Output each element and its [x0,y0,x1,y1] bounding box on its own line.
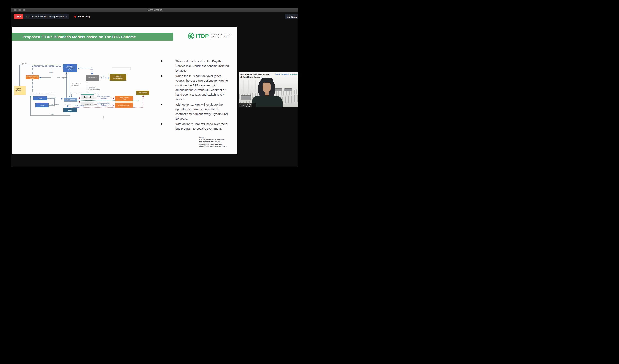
text-cursor-artifact [103,116,104,118]
edge-label-electric-purchase: Electric Purchase Contract [93,95,114,99]
edge-label-contract: Contract [49,71,54,73]
diagram-node-contractor: Contractor (Infrastructure) [110,74,127,81]
diagram-node-user: USER [63,108,77,112]
edge-label-non-tax-revenue: Non-tax Revenue [22,62,27,66]
source-line: REPORT, ITDP Indonesia & ICCT, 2021 [199,145,233,147]
speaker-video-tile[interactable]: Sustainable Business Model of Bus Rapid … [239,72,298,107]
live-stream-control[interactable]: LIVE on Custom Live Streaming Service ▾ [14,14,69,19]
recording-dot-icon [74,16,76,17]
transjakarta-logo: transjakarta [281,73,289,75]
video-backdrop-title: Sustainable Business Model of Bus Rapid … [240,73,272,78]
bus-shape [284,88,292,92]
shared-screen-slide: Proposed E-Bus Business Models based on … [12,27,237,154]
edge-label-fare: Fare [51,113,54,115]
diagram-node-bus-operator: Bus Operator [64,98,77,102]
edge-label-epc-contract: EPC Contract [101,76,106,79]
sbm-itb-logo: SBM ITB [275,73,280,75]
bullet-item: This model is based on the Buy-the-Servi… [160,59,230,73]
stream-service-selector[interactable]: on Custom Live Streaming Service ▾ [23,14,69,19]
speaker-face [263,81,271,93]
edge-label-service-contract-box: - Service Contract - BTS Payment [70,83,85,87]
diagram-node-payment-gateway: Payment Gateway Process [14,86,26,95]
recording-label: Recording [78,15,90,18]
speaker-body [252,96,282,107]
window-title: Zoom Meeting [11,9,298,11]
diagram-node-equity: Equity [33,97,47,100]
bullet-item: With option 1, MoT will evaluate the ope… [160,102,230,121]
edge-label-mou: MoU [90,69,93,70]
edge-label-coordination: Coordination on SPM Compliance [88,87,99,90]
edge-label-spm-compliance: SPM Compliance [57,77,67,79]
source-line: E-MOBILITY ADOPTION ROADMAP [199,139,233,141]
diagram-node-charging-provider: Charging Provider [115,103,133,108]
recording-indicator: Recording [74,15,90,18]
diagram-node-option1: Option 1 [81,95,94,99]
edge-label-debt-financing: Debt/Financing [50,104,59,105]
source-line: TRANSIT PROGRAM, OUTPUT 3 [199,143,233,145]
signal-strength-icon [240,104,242,106]
mrt-jakarta-logo: MRT jakarta [290,73,297,75]
edge-label-it-system: IT System for Operational and Maintenanc… [30,92,55,94]
slide-bullet-list: This model is based on the Buy-the-Servi… [160,59,230,132]
diagram-node-mot: Ministry of Transportation (MoT) [63,64,77,72]
diagram-node-electric-provider: Electric Provider (PLN) [115,96,133,101]
diagram-node-managing-company: Managing Company (M&E) [26,75,39,79]
bullet-item: With option 2, MoT will hand-over the e-… [160,122,230,131]
diagram-node-provincial-govt: Provincial Govt [86,75,99,81]
diagram-node-bus-provider: Bus Provider [136,91,149,95]
meeting-timer: 01:51:01 [285,14,298,19]
window-titlebar[interactable]: Zoom Meeting [11,8,298,12]
edge-label-fleet-purchase: Fleet Purchase Contract [75,105,84,109]
pin-icon [243,104,245,106]
speaker-hair-fringe [261,78,273,83]
edge-label-recommendation: Recommendation on BTS Payment [34,65,54,66]
stream-service-label: on Custom Live Streaming Service [26,15,64,18]
zoom-meeting-window: Zoom Meeting LIVE on Custom Live Streami… [11,8,298,167]
chevron-down-icon: ▾ [66,15,67,17]
slide-source-note: Source: E-MOBILITY ADOPTION ROADMAP FOR … [199,136,233,147]
participant-name: Faela Sufa [245,103,255,107]
live-badge: LIVE [14,14,23,19]
source-line: Source: [199,136,233,139]
edge-label-investment: Investment [49,97,56,99]
edge-label-charging-service: Charging Service Contract [93,103,114,107]
source-line: FOR THE INDONESIAN MASS [199,141,233,143]
diagram-node-lender: Lender [36,103,49,107]
depot-structures [239,80,258,93]
edge-label-service: Service [65,104,70,106]
bus-shape [241,96,252,100]
bullet-item: When the BTS contract over (after 3 year… [160,73,230,102]
participant-nametag: Faela Sufa [239,103,256,107]
video-backdrop-logos: SBM ITB transjakarta MRT jakarta [275,73,297,75]
